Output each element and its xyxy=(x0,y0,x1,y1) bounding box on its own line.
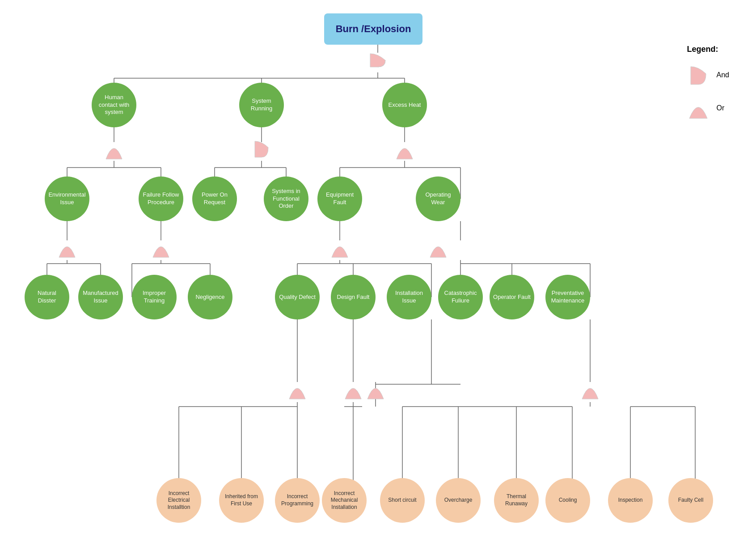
incorrect-mech-node: Incorrect Mechanical Installation xyxy=(322,478,367,523)
short-node: Short circuit xyxy=(380,478,425,523)
gate-excess-or xyxy=(394,138,415,161)
overcharge-node: Overcharge xyxy=(436,478,481,523)
excess-node: Excess Heat xyxy=(382,83,427,127)
faulty-node: Faulty Cell xyxy=(668,478,713,523)
legend: Legend: And Or xyxy=(687,45,729,120)
diagram: Burn /Explosion Human contact with syste… xyxy=(0,0,756,550)
legend-or-label: Or xyxy=(717,104,725,112)
quality-node: Quality Defect xyxy=(275,275,320,319)
legend-or-icon xyxy=(687,96,710,120)
gate-root-and xyxy=(366,49,390,73)
inspection-node: Inspection xyxy=(608,478,653,523)
env-node: Environmental Issue xyxy=(45,176,89,221)
cooling-node: Cooling xyxy=(545,478,590,523)
legend-and-icon xyxy=(687,63,710,87)
thermal-node: Thermal Runaway xyxy=(494,478,539,523)
installation-node: Installation Issue xyxy=(387,275,431,319)
gate-failure-or xyxy=(151,236,171,259)
legend-and-label: And xyxy=(717,71,729,79)
gate-preventative-or xyxy=(580,378,600,401)
design-node: Design Fault xyxy=(331,275,376,319)
legend-title: Legend: xyxy=(687,45,729,54)
gate-human-or xyxy=(104,138,124,161)
incorrect-elec-node: Incorrect Electrical Installtion xyxy=(156,478,201,523)
gate-design-or xyxy=(343,378,363,401)
gate-installation-or xyxy=(365,378,386,401)
inherited-node: Inherited from First Use xyxy=(219,478,264,523)
system-node: System Running xyxy=(239,83,284,127)
root-node: Burn /Explosion xyxy=(324,13,422,45)
manufactured-node: Manufactured Issue xyxy=(78,275,123,319)
gate-equipment-or xyxy=(329,236,350,259)
human-node: Human contact with system xyxy=(92,83,136,127)
catastrophic-node: Catastrophic Fuliure xyxy=(438,275,483,319)
operator-node: Operator Fault xyxy=(490,275,534,319)
preventative-node: Preventative Maintenance xyxy=(545,275,590,319)
gate-quality-or xyxy=(287,378,308,401)
negligence-node: Negligence xyxy=(188,275,232,319)
failure-node: Failure Follow Procedure xyxy=(139,176,183,221)
natural-node: Natural Disster xyxy=(25,275,69,319)
opwear-node: Operating Wear xyxy=(416,176,460,221)
functional-node: Systems in Functional Order xyxy=(264,176,308,221)
incorrect-prog-node: Incorrect Programming xyxy=(275,478,320,523)
poweron-node: Power On Request xyxy=(192,176,237,221)
equipment-node: Equipment Fault xyxy=(317,176,362,221)
gate-env-or xyxy=(57,236,77,259)
gate-system-and xyxy=(251,138,272,161)
gate-opwear-or xyxy=(428,236,448,259)
improper-node: Improper Training xyxy=(132,275,177,319)
